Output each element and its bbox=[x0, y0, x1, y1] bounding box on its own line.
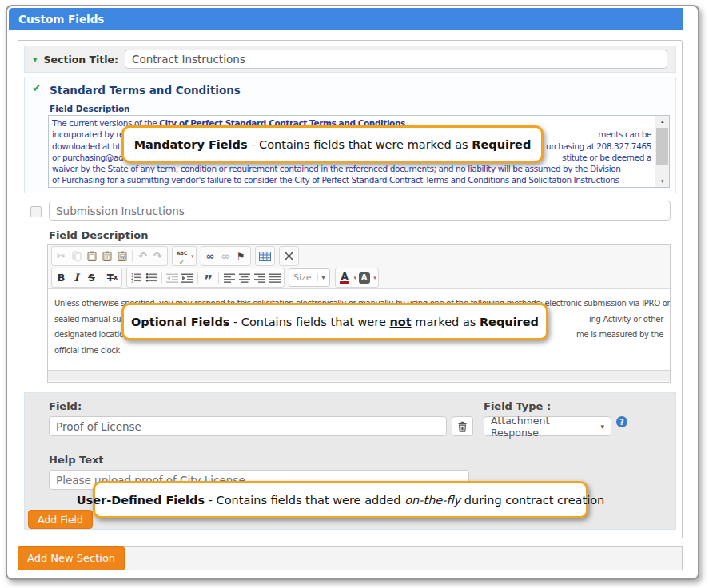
section-title-input[interactable] bbox=[125, 50, 667, 69]
delete-field-button[interactable] bbox=[452, 416, 473, 436]
optional-field-section: Field Description T W bbox=[24, 201, 676, 383]
screen: Custom Fields Section Title: Standard Te… bbox=[0, 0, 709, 588]
align-center-icon[interactable] bbox=[237, 270, 251, 285]
chevron-down-icon bbox=[373, 275, 376, 281]
table-icon[interactable] bbox=[258, 248, 272, 264]
link-icon[interactable] bbox=[204, 248, 217, 264]
increase-indent-icon[interactable] bbox=[181, 270, 194, 285]
editor-toolbar-row2: B I S Tx 123 bbox=[48, 267, 670, 288]
spellcheck-icon[interactable] bbox=[175, 248, 189, 264]
svg-text:W: W bbox=[120, 254, 125, 260]
blockquote-icon[interactable] bbox=[201, 272, 215, 288]
scroll-down-icon[interactable] bbox=[655, 177, 669, 186]
field-description-label: Field Description bbox=[50, 104, 130, 113]
text-line: official time clock bbox=[54, 343, 663, 359]
strikethrough-icon[interactable]: S bbox=[85, 270, 98, 285]
text-line: of Purchasing for a submitting vendor's … bbox=[52, 174, 651, 185]
help-text-label: Help Text bbox=[49, 454, 104, 466]
main-panel: Section Title: Standard Terms and Condit… bbox=[18, 40, 683, 538]
font-size-dropdown[interactable]: Size bbox=[289, 268, 330, 287]
window-title: Custom Fields bbox=[18, 13, 104, 26]
cut-icon[interactable] bbox=[54, 248, 68, 264]
help-icon[interactable] bbox=[616, 416, 627, 427]
decrease-indent-icon[interactable] bbox=[165, 270, 179, 285]
callout-mandatory-fields: Mandatory Fields - Contains fields that … bbox=[121, 125, 544, 163]
scrollbar[interactable] bbox=[655, 116, 669, 187]
italic-icon[interactable]: I bbox=[70, 270, 83, 285]
undo-icon[interactable] bbox=[136, 248, 149, 264]
scroll-up-icon[interactable] bbox=[655, 117, 669, 126]
section-title-row: Section Title: bbox=[24, 46, 676, 73]
align-right-icon[interactable] bbox=[253, 270, 266, 285]
bulleted-list-icon[interactable] bbox=[145, 270, 158, 285]
field-type-label: Field Type : bbox=[484, 400, 551, 412]
add-new-section-button[interactable]: Add New Section bbox=[18, 546, 125, 570]
add-new-section-bar: Add New Section bbox=[18, 546, 683, 570]
scrollbar-thumb[interactable] bbox=[656, 128, 668, 165]
align-left-icon[interactable] bbox=[222, 270, 236, 285]
section-title-label: Section Title: bbox=[44, 54, 119, 66]
collapse-triangle-icon[interactable] bbox=[33, 55, 38, 64]
standard-terms-heading: Standard Terms and Conditions bbox=[50, 84, 241, 97]
svg-text:T: T bbox=[105, 254, 109, 260]
check-icon bbox=[32, 81, 42, 94]
align-justify-icon[interactable] bbox=[268, 270, 281, 285]
editor-footer bbox=[48, 370, 670, 381]
chevron-down-icon bbox=[191, 253, 194, 260]
anchor-icon[interactable] bbox=[234, 248, 248, 264]
bold-icon[interactable]: B bbox=[54, 270, 68, 285]
remove-format-icon[interactable]: Tx bbox=[106, 270, 119, 285]
unlink-icon[interactable] bbox=[219, 248, 233, 264]
redo-icon[interactable] bbox=[151, 248, 165, 264]
chevron-down-icon bbox=[354, 275, 357, 281]
paste-plain-text-icon[interactable]: T bbox=[100, 248, 114, 264]
field-input[interactable] bbox=[49, 416, 447, 436]
svg-text:3: 3 bbox=[131, 279, 133, 283]
field-label: Field: bbox=[49, 400, 82, 412]
trash-icon bbox=[457, 421, 468, 432]
callout-optional-fields: Optional Fields - Contains fields that w… bbox=[121, 303, 548, 340]
text-line: waiver by the State of any term, conditi… bbox=[52, 163, 651, 174]
copy-icon[interactable] bbox=[70, 248, 83, 264]
paste-from-word-icon[interactable]: W bbox=[115, 248, 129, 264]
paste-icon[interactable] bbox=[85, 248, 98, 264]
text-color-icon[interactable]: A bbox=[338, 270, 352, 285]
window-titlebar: Custom Fields bbox=[9, 8, 683, 30]
maximize-icon[interactable] bbox=[282, 248, 296, 264]
field-type-select[interactable]: Attachment Response bbox=[484, 416, 611, 436]
background-color-icon[interactable] bbox=[357, 270, 371, 285]
optional-field-checkbox[interactable] bbox=[30, 206, 42, 217]
field-description-label: Field Description bbox=[49, 229, 149, 241]
callout-user-defined-fields: User-Defined Fields - Contains fields th… bbox=[93, 481, 588, 518]
field-title-input[interactable] bbox=[49, 201, 671, 220]
add-field-button[interactable]: Add Field bbox=[28, 510, 93, 529]
numbered-list-icon[interactable]: 123 bbox=[129, 270, 143, 285]
editor-toolbar-row1: T W bbox=[48, 245, 670, 267]
